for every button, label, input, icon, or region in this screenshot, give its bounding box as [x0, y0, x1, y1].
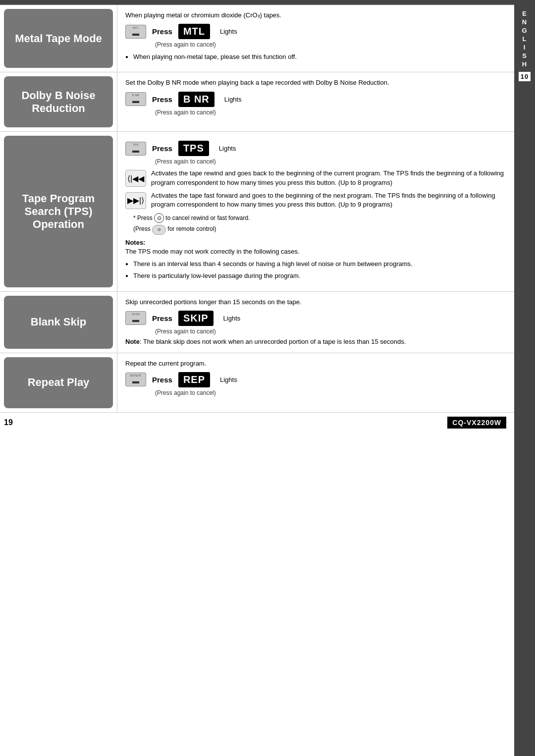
dolby-content: Set the Dolby B NR mode when playing bac…: [117, 72, 514, 131]
page-num: 10: [519, 72, 531, 81]
metal-tape-press-row: MTL ▬ Press MTL Lights: [125, 24, 506, 39]
tps-note-1: The TPS mode may not work correctly in t…: [125, 248, 506, 255]
metal-tape-intro: When playing metal or chromium dioxide (…: [125, 11, 506, 20]
blank-skip-lights: Lights: [223, 315, 241, 322]
tps-content: TPS ▬ Press TPS Lights (Press again to c…: [117, 132, 514, 291]
blank-skip-press-row: SCAN ▬ Press SKIP Lights: [125, 311, 506, 326]
repeat-play-cancel: (Press again to cancel): [155, 389, 506, 396]
top-bar: [0, 0, 535, 4]
metal-tape-content: When playing metal or chromium dioxide (…: [117, 5, 514, 72]
tps-lights: Lights: [219, 145, 236, 152]
metal-tape-lights: Lights: [220, 28, 237, 35]
scan-button-icon: SCAN ▬: [125, 311, 146, 325]
repeat-play-label: Repeat Play: [4, 357, 113, 408]
repeat-play-section: Repeat Play Repeat the current program. …: [0, 353, 514, 413]
tps-star-note: * Press ⊙ to cancel rewind or fast forwa…: [133, 213, 506, 223]
tps-notes-header: Notes:: [125, 239, 506, 246]
side-label: E N G L I S H 10: [514, 0, 535, 756]
dolby-cancel: (Press again to cancel): [155, 109, 506, 116]
page-footer: 19 CQ-VX2200W: [0, 413, 514, 432]
dolby-lights: Lights: [224, 96, 242, 103]
tps-cancel: (Press again to cancel): [155, 158, 506, 165]
dolby-section: Dolby B Noise Reduction Set the Dolby B …: [0, 72, 514, 132]
repeat-play-press-row: REPEAT ▬ Press REP Lights: [125, 372, 506, 387]
tps-note-bullets: There is an interval less than 4 seconds…: [125, 258, 506, 282]
eng-letters: E N G L I S H: [522, 10, 527, 68]
remote-btn-icon: ⊙: [152, 225, 166, 235]
tps-rewind-text: Activates the tape rewind and goes back …: [151, 169, 506, 187]
tps-forward-text: Activates the tape fast forward and goes…: [151, 191, 506, 209]
mtl-button-icon: MTL ▬: [125, 25, 146, 39]
metal-tape-badge: MTL: [178, 24, 210, 39]
metal-tape-cancel: (Press again to cancel): [155, 41, 506, 48]
main-content: Metal Tape Mode When playing metal or ch…: [0, 5, 514, 432]
blank-skip-label: Blank Skip: [4, 296, 113, 349]
metal-tape-press-label: Press: [152, 27, 172, 36]
bnr-button-icon: B NR ▬: [125, 92, 146, 106]
repeat-play-intro: Repeat the current program.: [125, 359, 506, 368]
tps-button-icon: TPS ▬: [125, 142, 146, 156]
blank-skip-section: Blank Skip Skip unrecorded portions long…: [0, 292, 514, 353]
blank-skip-press-label: Press: [152, 314, 172, 323]
tps-section: Tape Program Search (TPS) Operation TPS …: [0, 132, 514, 291]
dolby-label: Dolby B Noise Reduction: [4, 76, 113, 127]
repeat-play-content: Repeat the current program. REPEAT ▬ Pre…: [117, 353, 514, 412]
tps-press-label: Press: [152, 144, 172, 153]
tps-badge: TPS: [178, 141, 209, 156]
metal-tape-section: Metal Tape Mode When playing metal or ch…: [0, 5, 514, 72]
rewind-icon: ⟨|◀◀: [125, 170, 146, 187]
dolby-badge: B NR: [178, 92, 214, 107]
tps-rewind-row: ⟨|◀◀ Activates the tape rewind and goes …: [125, 169, 506, 187]
blank-skip-cancel: (Press again to cancel): [155, 328, 506, 335]
metal-tape-label: Metal Tape Mode: [4, 9, 113, 68]
list-item: There is particularly low-level passage …: [125, 270, 506, 282]
repeat-button-icon: REPEAT ▬: [125, 373, 146, 386]
circle-icon: ⊙: [154, 213, 164, 223]
list-item: There is an interval less than 4 seconds…: [125, 258, 506, 270]
page-number: 19: [4, 418, 13, 427]
list-item: When playing non-metal tape, please set …: [125, 51, 506, 63]
dolby-intro: Set the Dolby B NR mode when playing bac…: [125, 78, 506, 87]
repeat-play-badge: REP: [178, 372, 210, 387]
metal-tape-bullets: When playing non-metal tape, please set …: [125, 51, 506, 63]
repeat-play-press-label: Press: [152, 376, 172, 384]
dolby-press-row: B NR ▬ Press B NR Lights: [125, 92, 506, 107]
tps-forward-row: ▶▶|⟩ Activates the tape fast forward and…: [125, 191, 506, 209]
blank-skip-note: Note: The blank skip does not work when …: [125, 338, 506, 345]
forward-icon: ▶▶|⟩: [125, 192, 146, 209]
blank-skip-badge: SKIP: [178, 311, 214, 326]
model-badge: CQ-VX2200W: [447, 417, 506, 429]
tps-label: Tape Program Search (TPS) Operation: [4, 136, 113, 287]
tps-press-row: TPS ▬ Press TPS Lights: [125, 141, 506, 156]
repeat-play-lights: Lights: [220, 376, 237, 383]
tps-remote-note: (Press ⊙ for remote control): [133, 225, 506, 235]
blank-skip-content: Skip unrecorded portions longer than 15 …: [117, 292, 514, 353]
blank-skip-intro: Skip unrecorded portions longer than 15 …: [125, 298, 506, 307]
dolby-press-label: Press: [152, 95, 172, 104]
